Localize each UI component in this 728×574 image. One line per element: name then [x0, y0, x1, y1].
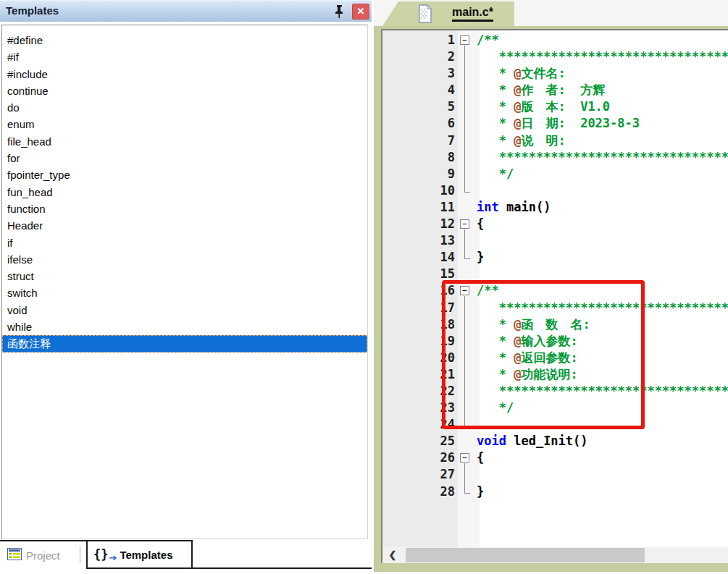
line-number: 17: [382, 300, 455, 316]
template-list-item[interactable]: enum: [2, 116, 367, 132]
line-number: 5: [382, 98, 455, 115]
code-text: [477, 266, 728, 282]
code-line: 9 */: [382, 166, 728, 182]
template-list-item[interactable]: #if: [2, 48, 367, 65]
code-text: void led_Init(): [477, 433, 728, 450]
templates-arrow-icon: ➔: [109, 552, 117, 563]
code-line: 1−/**: [382, 32, 728, 48]
code-text: /**: [477, 282, 728, 299]
code-line: 25void led_Init(): [382, 433, 728, 450]
template-list-item[interactable]: file_head: [2, 133, 367, 150]
fold-cell: [455, 300, 477, 316]
line-number: 16: [382, 282, 455, 299]
template-list-item[interactable]: Header: [2, 217, 367, 234]
fold-toggle-icon[interactable]: −: [455, 216, 477, 232]
code-line: 7 * @说 明:: [382, 132, 728, 149]
fold-toggle-icon[interactable]: −: [455, 32, 477, 48]
fold-cell: [455, 366, 477, 383]
template-list-item[interactable]: #include: [2, 66, 367, 83]
templates-panel-titlebar: Templates ✕: [0, 0, 372, 22]
line-number: 13: [382, 232, 455, 249]
line-number: 27: [382, 466, 455, 483]
code-line: 23 */: [382, 400, 728, 416]
template-list-item[interactable]: switch: [2, 284, 367, 301]
code-text: }: [477, 484, 728, 500]
template-list-item[interactable]: continue: [2, 83, 367, 99]
template-list-item[interactable]: if: [2, 235, 367, 251]
code-text: /**: [477, 32, 728, 48]
template-list-item[interactable]: fun_head: [2, 184, 367, 201]
code-line: 10: [382, 182, 728, 199]
template-list-item[interactable]: for: [2, 150, 367, 166]
line-number: 22: [382, 383, 455, 400]
fold-cell: [455, 350, 477, 366]
editor-frame: 1−/**2 *********************************…: [374, 26, 728, 572]
fold-cell: [455, 182, 477, 199]
fold-toggle-icon[interactable]: −: [455, 450, 477, 466]
code-rows: 1−/**2 *********************************…: [382, 32, 728, 500]
code-editor[interactable]: 1−/**2 *********************************…: [381, 29, 728, 563]
code-line: 18 * @函 数 名:: [382, 316, 728, 333]
line-number: 15: [382, 266, 455, 282]
editor-tab-filename: main.c*: [452, 6, 493, 22]
line-number: 26: [382, 450, 455, 466]
pin-icon[interactable]: [332, 4, 346, 20]
code-text: */: [477, 400, 728, 416]
line-number: 12: [382, 216, 455, 232]
code-line: 12−{: [382, 216, 728, 232]
fold-cell: [455, 199, 477, 216]
template-list-item[interactable]: #define: [2, 32, 367, 48]
line-number: 4: [382, 82, 455, 98]
fold-cell: [455, 48, 477, 65]
code-line: 11int main(): [382, 199, 728, 216]
fold-cell: [455, 433, 477, 450]
code-line: 14}: [382, 249, 728, 266]
scroll-left-icon[interactable]: ❮: [382, 547, 403, 563]
code-text: [477, 232, 728, 249]
line-number: 10: [382, 182, 455, 199]
code-line: 26−{: [382, 450, 728, 466]
fold-cell: [455, 65, 477, 82]
tab-templates[interactable]: {} ➔ Templates: [86, 540, 193, 569]
code-line: 28}: [382, 484, 728, 500]
code-text: [477, 416, 728, 433]
line-number: 7: [382, 132, 455, 149]
code-text: ****************************************: [477, 383, 728, 400]
document-icon: [417, 4, 433, 27]
template-list-item[interactable]: fpointer_type: [2, 166, 367, 183]
fold-cell: [455, 232, 477, 249]
code-line: 17 *************************************…: [382, 300, 728, 316]
close-icon[interactable]: ✕: [352, 4, 369, 20]
code-text: * @输入参数:: [477, 333, 728, 350]
template-list-item[interactable]: while: [2, 318, 367, 335]
code-line: 15: [382, 266, 728, 282]
template-list[interactable]: #define#if#includecontinuedoenumfile_hea…: [1, 25, 368, 539]
fold-toggle-icon[interactable]: −: [455, 282, 477, 299]
code-line: 20 * @返回参数:: [382, 350, 728, 366]
editor-tab-main-c[interactable]: main.c*: [382, 1, 514, 26]
code-line: 16−/**: [382, 282, 728, 299]
code-text: * @版 本: V1.0: [477, 98, 728, 115]
code-text: }: [477, 249, 728, 266]
code-text: */: [477, 166, 728, 182]
fold-cell: [455, 149, 477, 166]
line-number: 24: [382, 416, 455, 433]
template-list-item[interactable]: function: [2, 201, 367, 217]
fold-cell: [455, 266, 477, 282]
code-line: 22 *************************************…: [382, 383, 728, 400]
scrollbar-thumb[interactable]: [406, 548, 645, 562]
fold-cell: [455, 82, 477, 98]
template-list-item[interactable]: 函数注释: [2, 335, 367, 352]
code-text: int main(): [477, 199, 728, 216]
templates-panel: Templates ✕ #define#if#includecontinuedo…: [0, 0, 372, 574]
code-line: 6 * @日 期: 2023-8-3: [382, 115, 728, 132]
template-list-item[interactable]: ifelse: [2, 251, 367, 268]
horizontal-scrollbar[interactable]: ❮: [382, 547, 728, 563]
template-list-item[interactable]: struct: [2, 268, 367, 284]
fold-cell: [455, 466, 477, 483]
tab-strip-divider-right: [191, 567, 372, 569]
template-list-item[interactable]: void: [2, 302, 367, 318]
editor-tabbar: main.c*: [374, 0, 728, 26]
tab-project[interactable]: Project: [7, 546, 60, 565]
template-list-item[interactable]: do: [2, 99, 367, 116]
